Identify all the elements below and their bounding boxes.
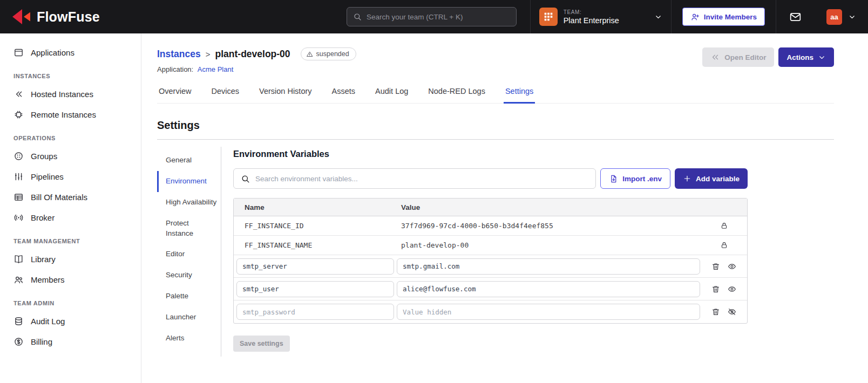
eye-icon xyxy=(728,262,736,271)
chevron-down-icon xyxy=(818,53,826,61)
sidebar-item-label: Broker xyxy=(31,213,55,222)
tab-audit-log[interactable]: Audit Log xyxy=(374,87,410,104)
brand-name: FlowFuse xyxy=(37,9,100,25)
env-value: plant-develop-00 xyxy=(396,241,701,249)
sidebar-item-library[interactable]: Library xyxy=(0,249,141,269)
env-name-input[interactable] xyxy=(236,281,394,297)
tab-node-red-logs[interactable]: Node-RED Logs xyxy=(426,87,487,104)
env-row-ff-instance-id: FF_INSTANCE_ID37f7d969-97cd-4000-b650-b3… xyxy=(234,216,747,236)
settings-nav-launcher[interactable]: Launcher xyxy=(157,307,221,328)
settings-nav-alerts[interactable]: Alerts xyxy=(157,328,221,349)
tab-version-history[interactable]: Version History xyxy=(257,87,314,104)
env-name: FF_INSTANCE_ID xyxy=(234,222,396,230)
groups-icon xyxy=(13,151,24,161)
delete-variable-button[interactable] xyxy=(711,307,720,316)
trash-icon xyxy=(711,262,720,271)
sidebar-item-bill-of-materials[interactable]: Bill Of Materials xyxy=(0,187,141,207)
sidebar-item-label: Audit Log xyxy=(31,317,65,326)
plus-icon xyxy=(683,174,691,183)
chevron-down-icon xyxy=(654,13,662,21)
search-icon xyxy=(353,12,362,21)
env-row-smtp-user xyxy=(234,278,747,300)
tab-bar: OverviewDevicesVersion HistoryAssetsAudi… xyxy=(157,87,834,104)
sidebar-item-members[interactable]: Members xyxy=(0,269,141,290)
env-table: NameValueFF_INSTANCE_ID37f7d969-97cd-400… xyxy=(233,198,748,324)
settings-nav-security[interactable]: Security xyxy=(157,265,221,286)
user-menu[interactable]: aa xyxy=(815,0,868,33)
flowfuse-brand[interactable]: FlowFuse xyxy=(0,8,100,25)
sidebar-item-billing[interactable]: Billing xyxy=(0,331,141,352)
env-value-input[interactable] xyxy=(397,281,700,297)
settings-nav-protect-instance[interactable]: Protect Instance xyxy=(157,213,221,244)
delete-variable-button[interactable] xyxy=(711,262,720,271)
env-row-actions xyxy=(701,307,747,316)
delete-variable-button[interactable] xyxy=(711,285,720,293)
env-name-input[interactable] xyxy=(236,258,394,275)
lock-icon xyxy=(720,241,728,249)
team-avatar-icon xyxy=(539,8,558,26)
actions-label: Actions xyxy=(786,53,813,61)
envelope-icon xyxy=(789,11,802,23)
env-name: FF_INSTANCE_NAME xyxy=(234,241,396,249)
env-value-cell xyxy=(396,258,701,275)
env-search-input[interactable] xyxy=(255,175,588,183)
app-root: FlowFuse TEAM: Plant Enterprise Invit xyxy=(0,0,868,383)
save-settings-button[interactable]: Save settings xyxy=(233,336,290,352)
tab-assets[interactable]: Assets xyxy=(330,87,357,104)
team-name: Plant Enterprise xyxy=(564,16,619,25)
settings-nav-environment[interactable]: Environment xyxy=(157,171,221,192)
sidebar-section-team-management: TEAM MANAGEMENT xyxy=(0,228,141,249)
env-value-cell xyxy=(396,281,701,297)
editor-icon xyxy=(710,52,720,62)
sidebar-item-broker[interactable]: Broker xyxy=(0,207,141,228)
sidebar-item-audit-log[interactable]: Audit Log xyxy=(0,311,141,331)
settings-nav-palette[interactable]: Palette xyxy=(157,286,221,307)
breadcrumb-instances-link[interactable]: Instances xyxy=(157,49,201,60)
open-editor-button[interactable]: Open Editor xyxy=(702,47,774,67)
settings-nav-editor[interactable]: Editor xyxy=(157,244,221,265)
tab-overview[interactable]: Overview xyxy=(157,87,193,104)
team-search-input[interactable] xyxy=(367,13,510,21)
import-file-icon xyxy=(609,174,618,183)
env-row-smtp-server xyxy=(234,255,747,278)
sidebar-item-label: Billing xyxy=(31,337,52,346)
sidebar-item-label: Applications xyxy=(31,48,74,57)
toggle-value-visibility-button[interactable] xyxy=(728,262,736,271)
env-row-actions xyxy=(701,222,747,230)
flowfuse-logo-icon xyxy=(11,8,31,25)
env-value-input[interactable] xyxy=(397,258,700,275)
sidebar-item-applications[interactable]: Applications xyxy=(0,42,141,63)
sidebar-section-operations: OPERATIONS xyxy=(0,125,141,146)
tab-settings[interactable]: Settings xyxy=(504,87,535,104)
settings-nav-general[interactable]: General xyxy=(157,150,221,171)
env-value-input[interactable] xyxy=(397,304,700,320)
application-label: Application: xyxy=(157,65,193,73)
notifications-button[interactable] xyxy=(776,0,815,33)
settings-nav: GeneralEnvironmentHigh AvailabilityProte… xyxy=(157,147,221,357)
env-row-actions xyxy=(701,241,747,249)
applications-icon xyxy=(13,47,24,58)
team-selector[interactable]: TEAM: Plant Enterprise xyxy=(530,0,672,33)
hosted-icon xyxy=(13,89,24,99)
actions-button[interactable]: Actions xyxy=(778,47,834,67)
sidebar-item-remote-instances[interactable]: Remote Instances xyxy=(0,104,141,125)
sidebar-item-groups[interactable]: Groups xyxy=(0,146,141,166)
sidebar-item-hosted-instances[interactable]: Hosted Instances xyxy=(0,84,141,104)
invite-members-button[interactable]: Invite Members xyxy=(682,8,765,26)
env-name-cell xyxy=(234,258,396,275)
audit-icon xyxy=(13,316,24,326)
env-name-cell xyxy=(234,304,396,320)
import-env-button[interactable]: Import .env xyxy=(600,168,670,189)
toggle-value-visibility-button[interactable] xyxy=(728,307,736,316)
settings-nav-high-availability[interactable]: High Availability xyxy=(157,192,221,213)
toggle-value-visibility-button[interactable] xyxy=(728,285,736,293)
tab-devices[interactable]: Devices xyxy=(209,87,241,104)
add-variable-button[interactable]: Add variable xyxy=(675,168,748,189)
application-link[interactable]: Acme Plant xyxy=(198,65,233,73)
trash-icon xyxy=(711,285,720,293)
avatar: aa xyxy=(826,9,842,25)
sidebar-item-pipelines[interactable]: Pipelines xyxy=(0,166,141,187)
env-table-header: NameValue xyxy=(234,199,747,216)
env-name-input[interactable] xyxy=(236,304,394,320)
sidebar: ApplicationsINSTANCESHosted InstancesRem… xyxy=(0,33,141,383)
